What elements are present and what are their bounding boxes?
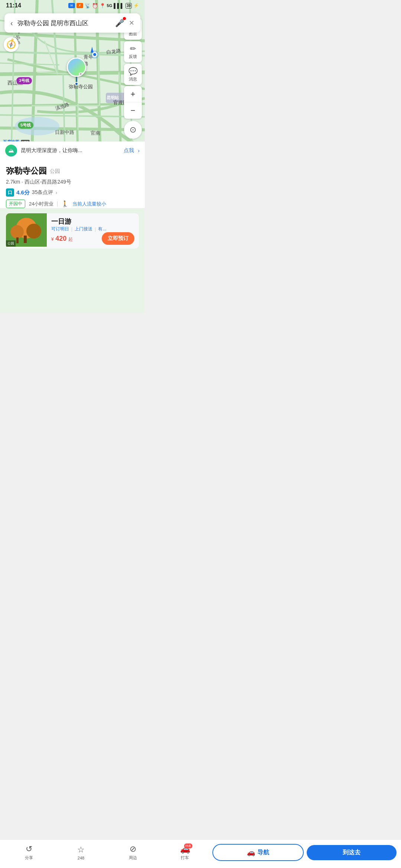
feedback-label: 反馈 [129,54,137,59]
message-button[interactable]: 💬 消息 [124,64,142,85]
banner-link[interactable]: 点我 [124,147,134,154]
location-icon: 📍 [100,3,105,9]
back-button[interactable]: ‹ [10,19,13,27]
map-label-rixinzhong: 日新中路 [55,129,74,136]
my-location-button[interactable]: ⊙ [124,121,142,139]
badge-360: 360 [79,72,86,76]
message-icon: 💬 [128,67,138,76]
poi-rating-row[interactable]: 口 4.6分 35条点评 › [6,188,139,197]
tour-info: 一日游 可订明日 | 上门接送 | 有... ¥ 420 起 立即预订 [47,213,139,249]
map-label-bailong: 白龙路 [106,47,121,55]
voice-button[interactable]: 🎤 [115,19,124,27]
promo-banner[interactable]: ⛰ 昆明大理深度游，让你嗨... 点我 › [0,141,145,160]
tour-price-display: ¥ 420 起 [51,235,73,243]
book-button[interactable]: 立即预订 [102,232,134,245]
banner-arrow: › [138,148,140,154]
tour-tag-2: 上门接送 [75,226,92,232]
map-label-guannan: 官南 [91,130,100,137]
map-label-kunmingzhan: 昆明站 [107,95,119,101]
close-button[interactable]: ✕ [129,19,134,27]
svg-point-27 [26,224,41,239]
status-time: 11:14 [6,2,21,9]
app-icon: ✗ [76,3,83,8]
zoom-in-button[interactable]: + [124,86,142,102]
svg-rect-29 [16,237,19,243]
rating-arrow: › [55,190,57,195]
tour-card[interactable]: 公园 一日游 可订明日 | 上门接送 | 有... ¥ 420 起 立即预订 [6,213,139,249]
divider [57,201,58,207]
tour-tag-sep1: | [71,227,72,232]
tour-tag-sep2: | [95,227,96,232]
tour-price-value: 420 [55,235,66,242]
nfc-icon: 📡 [85,3,91,9]
tour-tag-3: 有... [98,226,106,232]
poi-info-card: 弥勒寺公园 公园 2.7km · 西山区-西昌路249号 口 4.6分 35条点… [0,160,145,208]
poi-status-row: 开园中 24小时营业 🚶 当前人流量较小 [6,200,139,208]
rating-brand-icon: 口 [6,188,14,197]
tour-tag-1: 可订明日 [51,226,69,232]
alarm-icon: ⏰ [92,3,98,9]
tour-price-row: ¥ 420 起 立即预订 [51,232,134,245]
battery-bolt: ⚡ [133,3,139,8]
feedback-button[interactable]: ✏ 反馈 [124,41,142,62]
subway-line-3: 3号线 [16,77,32,84]
marker-photo: 360 [67,57,86,77]
poi-marker[interactable]: 360 [67,57,86,86]
banner-text: 昆明大理深度游，让你嗨... [21,147,120,154]
search-bar[interactable]: ‹ 弥勒寺公园 昆明市西山区 🎤 ✕ [4,13,140,33]
svg-rect-28 [24,236,27,243]
search-input[interactable]: 弥勒寺公园 昆明市西山区 [17,19,115,27]
tour-tags: 可订明日 | 上门接送 | 有... [51,226,134,232]
wifi-icon: ▌▌▌ [114,3,124,9]
status-bar: 11:14 ✉ ✗ 📡 ⏰ 📍 5G ▌▌▌ 39 ⚡ [0,0,145,10]
crowd-text: 当前人流量较小 [72,201,106,207]
poi-name: 弥勒寺公园 [6,165,47,177]
message-label: 消息 [129,76,137,82]
signal-icon: 5G [107,3,113,8]
message-icon: ✉ [68,3,75,8]
tour-title: 一日游 [51,217,134,226]
subway-line-5: 5号线 [18,122,33,129]
zoom-controls: + − [124,86,142,119]
voice-notification-badge [123,17,126,20]
poi-category: 公园 [50,168,60,175]
svg-point-26 [10,225,24,239]
tour-price-prefix: ¥ [51,237,54,242]
zoom-out-button[interactable]: − [124,102,142,119]
marker-dot [75,82,78,86]
open-status-badge: 开园中 [6,200,25,208]
current-location-pointer [91,47,94,53]
rating-score: 4.6分 [16,189,30,196]
marker-tail [76,77,77,82]
hours-label: 24小时营业 [29,201,53,207]
compass[interactable]: 🧭 [4,37,19,52]
tour-image: 公园 [6,213,47,247]
location-circle-icon: ⊙ [130,125,136,135]
battery-indicator: 39 [125,3,132,9]
poi-distance: 2.7km · 西山区-西昌路249号 [6,179,139,185]
status-icons: ✉ ✗ 📡 ⏰ 📍 5G ▌▌▌ 39 ⚡ [68,3,139,9]
poi-title-row: 弥勒寺公园 公园 [6,165,139,177]
crowd-icon: 🚶 [61,200,69,207]
tour-image-label: 公园 [6,240,16,247]
rating-count: 35条点评 [32,189,53,196]
banner-icon: ⛰ [5,145,17,157]
tour-price-suffix: 起 [68,237,73,242]
current-location-dot [92,52,97,57]
feedback-icon: ✏ [130,44,136,53]
